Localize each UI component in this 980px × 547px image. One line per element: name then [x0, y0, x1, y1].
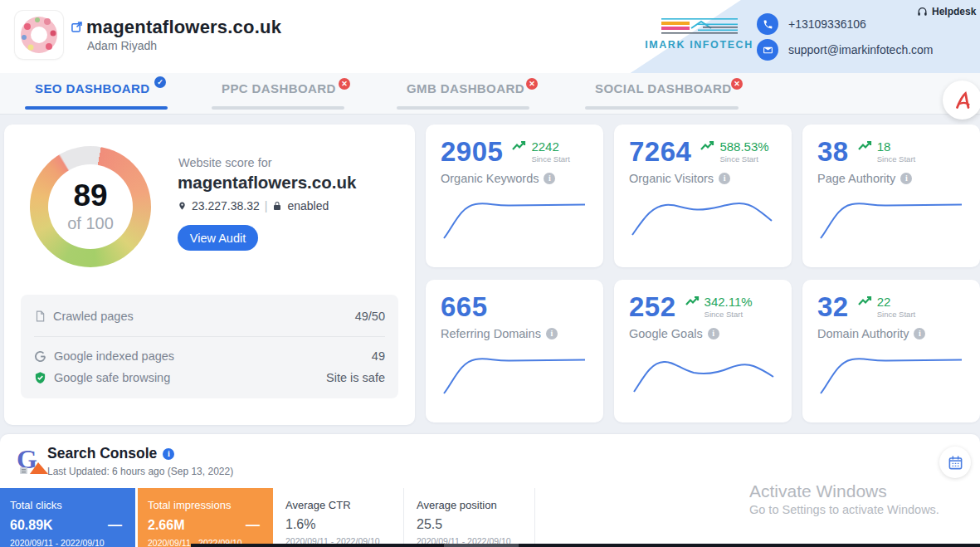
stat-label: Total impressions: [148, 499, 263, 511]
search-console-updated: Last Updated: 6 hours ago (Sep 13, 2022): [47, 466, 233, 477]
stat-value: 25.5: [417, 517, 442, 532]
tab-seo-check-badge: [154, 76, 166, 88]
site-title[interactable]: magentaflowers.co.uk: [86, 17, 281, 38]
download-pdf-button[interactable]: [943, 81, 980, 120]
stat-range: 2020/09/11 - 2022/09/10: [10, 538, 125, 547]
metric-sparkline: [627, 349, 778, 400]
row-label: Google indexed pages: [54, 349, 174, 363]
info-icon[interactable]: [900, 173, 912, 184]
bottom-scroll-thumb[interactable]: [444, 544, 519, 547]
metric-label: Referring Domains: [441, 327, 541, 340]
phone-number[interactable]: +13109336106: [788, 17, 866, 31]
email-contact[interactable]: support@imarkinfotech.com: [757, 39, 934, 61]
metric-card-referring-domains: 665 Referring Domains: [426, 280, 603, 422]
trend-since: Since Start: [531, 155, 569, 164]
metric-card-page-authority: 38 18Since Start Page Authority: [802, 125, 980, 267]
stat-trend-dash: —: [246, 517, 263, 534]
tab-seo-underline: [25, 106, 168, 110]
phone-contact[interactable]: +13109336106: [757, 13, 866, 35]
website-score-card: 89 of 100 Website score for magentaflowe…: [4, 125, 415, 425]
email-address[interactable]: support@imarkinfotech.com: [788, 43, 934, 56]
website-score-intro: Website score for: [178, 156, 272, 169]
stat-value: 2.66M: [148, 518, 184, 533]
google-icon: [34, 350, 46, 363]
trend-up-icon: [685, 295, 701, 307]
stat-total-clicks[interactable]: Total clicks 60.89K — 2020/09/11 - 2022/…: [0, 488, 135, 547]
info-icon[interactable]: [163, 448, 174, 460]
metric-value: 2905: [441, 138, 503, 165]
tab-social-dashboard[interactable]: SOCIAL DASHBOARD: [595, 81, 731, 95]
location-pin-icon: [178, 200, 187, 212]
tab-ppc-close-badge[interactable]: [339, 78, 350, 90]
row-value: Site is safe: [326, 371, 385, 384]
date-range-button[interactable]: [939, 447, 971, 478]
seo-dashboard-page: magentaflowers.co.uk Adam Riyadh IMARK I…: [0, 0, 980, 547]
metric-sparkline: [816, 349, 967, 400]
stat-total-impressions[interactable]: Total impressions 2.66M — 2020/09/11 - 2…: [138, 488, 273, 547]
tab-seo-dashboard[interactable]: SEO DASHBOARD: [35, 81, 150, 95]
trend-value: 18: [877, 140, 915, 154]
stat-label: Average CTR: [285, 499, 393, 511]
metric-sparkline: [627, 193, 778, 245]
info-icon[interactable]: [708, 328, 719, 339]
info-icon[interactable]: [914, 328, 925, 339]
headset-icon: [917, 7, 928, 17]
tab-gmb-close-badge[interactable]: [526, 78, 538, 90]
website-score-site: magentaflowers.co.uk: [178, 173, 356, 193]
ip-address: 23.227.38.32: [192, 199, 260, 212]
crawled-pages-row: Crawled pages 49/50: [34, 310, 385, 323]
meta-separator: |: [265, 199, 268, 212]
trend-up-icon: [700, 140, 716, 152]
metric-card-organic-keywords: 2905 2242Since Start Organic Keywords: [426, 125, 603, 267]
stat-value: 60.89K: [10, 518, 53, 533]
stat-average-ctr[interactable]: Average CTR 1.6% 2020/09/11 - 2022/09/10: [275, 488, 404, 547]
info-icon[interactable]: [719, 173, 730, 184]
score-of-label: of 100: [67, 214, 114, 233]
metric-label: Domain Authority: [817, 327, 909, 340]
metric-sparkline: [439, 349, 590, 400]
metric-value: 252: [629, 293, 676, 320]
metric-card-google-goals: 252 342.11%Since Start Google Goals: [614, 280, 792, 422]
trend-up-icon: [511, 140, 528, 152]
row-value: 49/50: [355, 310, 385, 323]
bottom-scroll-strip[interactable]: [191, 544, 980, 547]
panel-divider: [34, 336, 385, 337]
tab-gmb-dashboard[interactable]: GMB DASHBOARD: [407, 81, 524, 95]
row-label: Google safe browsing: [54, 371, 170, 384]
view-audit-button[interactable]: View Audit: [178, 225, 258, 251]
metric-value: 7264: [629, 138, 691, 165]
row-label: Crawled pages: [53, 310, 134, 323]
dashboard-tabbar: SEO DASHBOARD PPC DASHBOARD GMB DASHBOAR…: [0, 73, 980, 115]
search-console-title: Search Console: [47, 445, 157, 462]
brand-lines-icon: [650, 18, 749, 35]
external-link-icon[interactable]: [71, 22, 82, 32]
brand-logo: IMARK INFOTECH: [643, 18, 755, 51]
trend-since: Since Start: [877, 310, 915, 319]
indexed-pages-row: Google indexed pages 49: [34, 349, 385, 363]
trend-value: 22: [877, 295, 915, 310]
metric-value: 38: [817, 138, 849, 165]
helpdesk-label: Helpdesk: [932, 6, 976, 17]
activate-windows-watermark: Activate Windows: [749, 481, 887, 501]
info-icon[interactable]: [544, 173, 555, 184]
tab-social-close-badge[interactable]: [731, 78, 743, 90]
site-logo: [15, 11, 63, 59]
stat-trend-dash: —: [108, 517, 125, 534]
trend-since: Since Start: [877, 155, 915, 164]
stat-average-position[interactable]: Average position 25.5 2020/09/11 - 2022/…: [407, 488, 535, 547]
trend-up-icon: [857, 140, 874, 152]
flower-logo-icon: [19, 15, 59, 55]
trend-up-icon: [857, 295, 874, 307]
trend-since: Since Start: [705, 310, 753, 319]
site-owner: Adam Riyadh: [87, 39, 157, 52]
info-icon[interactable]: [546, 328, 558, 339]
activate-windows-hint: Go to Settings to activate Windows.: [749, 503, 939, 516]
brand-name: IMARK INFOTECH: [643, 39, 755, 51]
phone-icon: [757, 13, 778, 35]
tab-ppc-underline: [212, 106, 344, 110]
score-value: 89: [73, 180, 107, 211]
metric-label: Organic Visitors: [629, 172, 714, 185]
calendar-icon: [948, 455, 963, 471]
helpdesk-link[interactable]: Helpdesk: [917, 6, 976, 17]
tab-ppc-dashboard[interactable]: PPC DASHBOARD: [222, 81, 336, 95]
